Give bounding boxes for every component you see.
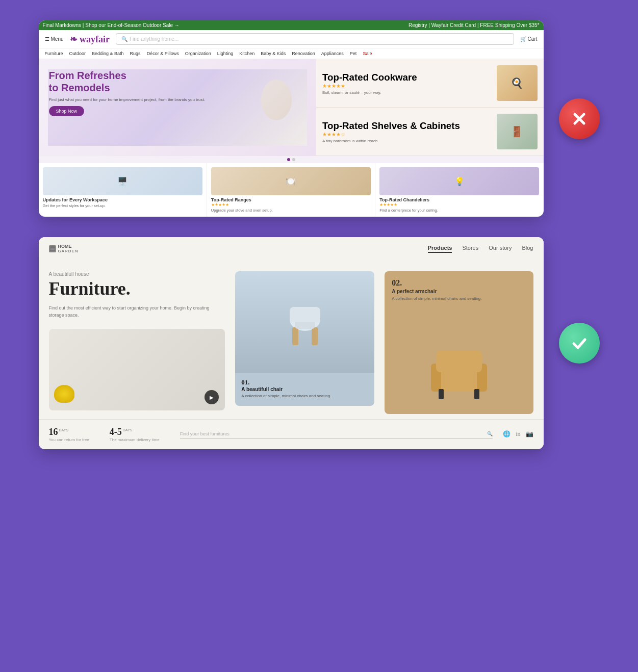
bottom-card-chandeliers: 💡 Top-Rated Chandeliers ★★★★★ Find a cen… bbox=[375, 163, 543, 217]
wayfair-cart-button[interactable]: 🛒 Cart bbox=[520, 36, 538, 42]
hg-center-section: 01. A beautifull chair A collection of s… bbox=[235, 271, 374, 414]
chandeliers-image: 💡 bbox=[379, 167, 539, 195]
hg-globe-icon[interactable]: 🌐 bbox=[503, 430, 511, 438]
wayfair-site: Final Markdowns | Shop our End-of-Season… bbox=[39, 20, 544, 217]
hg-stat1-small: You can return for free bbox=[49, 437, 89, 442]
wayfair-banner-right: Registry | Wayfair Credit Card | FREE Sh… bbox=[409, 22, 540, 28]
shelves-title: Top-Rated Shelves & Cabinets bbox=[322, 120, 460, 132]
nav-our-story[interactable]: Our story bbox=[489, 245, 512, 253]
wayfair-banner-left: Final Markdowns | Shop our End-of-Season… bbox=[43, 22, 180, 28]
hg-nav: Products Stores Our story Blog bbox=[428, 245, 533, 253]
hg-armchair-desc: A collection of simple, minimal chairs a… bbox=[392, 296, 526, 301]
chandeliers-sub: Find a centerpiece for your ceiling. bbox=[379, 208, 539, 213]
cart-icon: 🛒 bbox=[520, 36, 526, 42]
hg-stat-return: 16DAYS You can return for free bbox=[49, 427, 89, 442]
hg-footer-social: 🌐 in 📷 bbox=[503, 430, 533, 438]
hg-headline: Furniture. bbox=[49, 279, 225, 299]
nav-pet[interactable]: Pet bbox=[350, 51, 357, 56]
workspace-sub: Get the perfect styles for your set-up. bbox=[43, 203, 202, 208]
svg-rect-15 bbox=[474, 389, 479, 399]
wayfair-hero-left: From Refreshes to Remodels Find just wha… bbox=[39, 59, 317, 156]
wayfair-bottom-grid: 🖥️ Updates for Every Workspace Get the p… bbox=[39, 163, 544, 217]
nav-blog[interactable]: Blog bbox=[522, 245, 533, 253]
svg-rect-9 bbox=[290, 307, 320, 322]
wayfair-hero-headline: From Refreshes to Remodels bbox=[49, 69, 307, 94]
hg-armchair-title: A perfect armchair bbox=[392, 289, 526, 294]
wayfair-carousel-dots bbox=[39, 156, 544, 163]
hg-right-section: 02. A perfect armchair A collection of s… bbox=[385, 271, 533, 414]
wayfair-screenshot: Final Markdowns | Shop our End-of-Season… bbox=[39, 20, 544, 217]
svg-rect-14 bbox=[439, 389, 444, 399]
nav-decor[interactable]: Décor & Pillows bbox=[147, 51, 179, 56]
cookware-stars: ★★★★★ bbox=[322, 83, 417, 89]
nav-sale[interactable]: Sale bbox=[363, 51, 372, 56]
ranges-stars: ★★★★★ bbox=[211, 202, 371, 207]
bottom-card-ranges: 🍽️ Top-Rated Ranges ★★★★★ Upgrade your s… bbox=[207, 163, 375, 217]
lemon-decoration bbox=[54, 385, 74, 403]
nav-renovation[interactable]: Renovation bbox=[292, 51, 315, 56]
hg-logo-icon bbox=[49, 245, 56, 252]
hg-hero-image: ▶ bbox=[49, 329, 225, 410]
workspace-image: 🖥️ bbox=[43, 167, 202, 195]
nav-organization[interactable]: Organization bbox=[185, 51, 211, 56]
hg-stat-delivery: 4-5DAYS The maximum delivery time bbox=[110, 427, 160, 442]
ranges-title: Top-Rated Ranges bbox=[211, 197, 371, 202]
svg-rect-3 bbox=[50, 248, 55, 248]
nav-products[interactable]: Products bbox=[428, 245, 452, 253]
svg-rect-13 bbox=[436, 351, 482, 372]
wayfair-hero: From Refreshes to Remodels Find just wha… bbox=[39, 59, 544, 156]
nav-rugs[interactable]: Rugs bbox=[130, 51, 141, 56]
hg-chair-image bbox=[235, 271, 374, 373]
wayfair-menu-button[interactable]: ☰ Menu bbox=[45, 36, 64, 42]
ranges-image: 🍽️ bbox=[211, 167, 371, 195]
wayfair-nav: Furniture Outdoor Bedding & Bath Rugs Dé… bbox=[39, 48, 544, 59]
home-garden-screenshot: HOME GARDEN Products Stores Our story Bl… bbox=[39, 237, 544, 449]
nav-lighting[interactable]: Lighting bbox=[217, 51, 234, 56]
hg-chair-info: 01. A beautifull chair A collection of s… bbox=[235, 373, 374, 406]
wayfair-banner: Final Markdowns | Shop our End-of-Season… bbox=[39, 20, 544, 30]
shelves-sub: A tidy bathroom is within reach. bbox=[322, 139, 460, 143]
hg-linkedin-icon[interactable]: in bbox=[516, 430, 520, 438]
incorrect-badge bbox=[559, 98, 600, 139]
correct-badge bbox=[559, 323, 600, 364]
hg-stat1-big: 16DAYS bbox=[49, 427, 89, 437]
hg-main: A beautifull house Furniture. Find out t… bbox=[39, 261, 544, 414]
search-icon: 🔍 bbox=[121, 36, 127, 42]
workspace-title: Updates for Every Workspace bbox=[43, 197, 202, 202]
bottom-card-workspace: 🖥️ Updates for Every Workspace Get the p… bbox=[39, 163, 207, 217]
hg-instagram-icon[interactable]: 📷 bbox=[526, 430, 533, 438]
wayfair-row: Final Markdowns | Shop our End-of-Season… bbox=[39, 20, 600, 217]
nav-baby[interactable]: Baby & Kids bbox=[261, 51, 286, 56]
carousel-dot-1[interactable] bbox=[287, 158, 290, 161]
home-garden-row: HOME GARDEN Products Stores Our story Bl… bbox=[39, 237, 600, 449]
shelves-image: 🚪 bbox=[497, 114, 538, 149]
nav-stores[interactable]: Stores bbox=[462, 245, 478, 253]
chandeliers-stars: ★★★★★ bbox=[379, 202, 539, 207]
hg-footer: 16DAYS You can return for free 4-5DAYS T… bbox=[39, 419, 544, 449]
wayfair-hero-body: Find just what you need for your home im… bbox=[49, 97, 307, 102]
nav-outdoor[interactable]: Outdoor bbox=[69, 51, 86, 56]
cookware-title: Top-Rated Cookware bbox=[322, 72, 417, 83]
hg-stat2-big: 4-5DAYS bbox=[110, 427, 160, 437]
hg-header: HOME GARDEN Products Stores Our story Bl… bbox=[39, 237, 544, 261]
wayfair-shop-now-button[interactable]: Shop Now bbox=[49, 106, 85, 116]
hg-left-section: A beautifull house Furniture. Find out t… bbox=[49, 271, 225, 414]
nav-appliances[interactable]: Appliances bbox=[321, 51, 344, 56]
wayfair-header: ☰ Menu ❧ wayfair 🔍 Find anything home...… bbox=[39, 30, 544, 48]
shelves-stars: ★★★★☆ bbox=[322, 132, 460, 137]
nav-bedding[interactable]: Bedding & Bath bbox=[92, 51, 124, 56]
svg-rect-7 bbox=[312, 327, 318, 345]
carousel-dot-2[interactable] bbox=[292, 158, 295, 161]
svg-rect-4 bbox=[50, 249, 55, 249]
hg-chair-title: A beautifull chair bbox=[241, 386, 368, 392]
wayfair-shelves-card: Top-Rated Shelves & Cabinets ★★★★☆ A tid… bbox=[316, 108, 544, 156]
nav-kitchen[interactable]: Kitchen bbox=[239, 51, 254, 56]
home-garden-site: HOME GARDEN Products Stores Our story Bl… bbox=[39, 237, 544, 449]
hamburger-icon: ☰ bbox=[45, 36, 49, 42]
nav-furniture[interactable]: Furniture bbox=[45, 51, 63, 56]
wayfair-search-bar[interactable]: 🔍 Find anything home... bbox=[116, 33, 514, 45]
hg-logo: HOME GARDEN bbox=[49, 244, 79, 254]
hg-footer-search[interactable]: Find your best furnitures 🔍 bbox=[180, 430, 493, 438]
hg-chair-num: 01. bbox=[241, 378, 368, 386]
chandeliers-title: Top-Rated Chandeliers bbox=[379, 197, 539, 202]
